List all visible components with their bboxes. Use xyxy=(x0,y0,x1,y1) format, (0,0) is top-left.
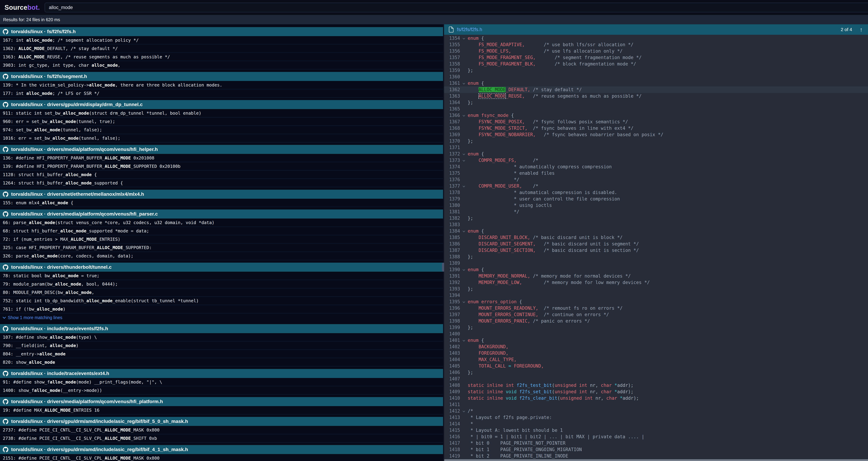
match-line[interactable]: 325: case HFI_PROPERTY_PARAM_BUFFER_ALLO… xyxy=(0,243,443,252)
line-number[interactable]: 1370 xyxy=(444,138,460,144)
match-line[interactable]: 2737: #define PCIE_CI_CNTL__CI_SLV_CPL_A… xyxy=(0,426,443,434)
fold-chevron-icon[interactable] xyxy=(460,408,468,414)
line-number[interactable]: 1364 xyxy=(444,99,460,106)
line-number[interactable]: 1354 xyxy=(444,35,460,41)
line-number[interactable]: 1399 xyxy=(444,324,460,331)
line-number[interactable]: 1380 xyxy=(444,202,460,209)
match-line[interactable]: 3903: int gc_type, int type, char alloc_… xyxy=(0,61,443,69)
line-number[interactable]: 1398 xyxy=(444,318,460,324)
match-line[interactable]: 820: show_alloc_mode xyxy=(0,358,443,367)
line-number[interactable]: 1410 xyxy=(444,395,460,401)
search-input[interactable] xyxy=(44,3,868,12)
match-line[interactable]: 19: #define MAX_ALLOC_MODE_ENTRIES 16 xyxy=(0,406,443,414)
fold-chevron-icon[interactable] xyxy=(460,228,468,234)
line-number[interactable]: 1412 xyxy=(444,408,460,414)
file-group-header[interactable]: torvalds/linux · fs/f2fs/f2fs.h xyxy=(0,27,443,36)
fold-chevron-icon[interactable] xyxy=(460,337,468,344)
line-number[interactable]: 1361 xyxy=(444,80,460,87)
line-number[interactable]: 1417 xyxy=(444,440,460,446)
line-number[interactable]: 1372 xyxy=(444,151,460,157)
match-line[interactable]: 1264: struct hfi_buffer_alloc_mode_suppo… xyxy=(0,179,443,187)
line-number[interactable]: 1383 xyxy=(444,222,460,228)
line-number[interactable]: 1374 xyxy=(444,164,460,170)
line-number[interactable]: 1395 xyxy=(444,298,460,305)
line-number[interactable]: 1402 xyxy=(444,344,460,350)
line-number[interactable]: 1392 xyxy=(444,279,460,286)
fold-chevron-icon[interactable] xyxy=(460,80,468,87)
match-line[interactable]: 804: __entry->alloc_mode xyxy=(0,350,443,358)
line-number[interactable]: 1387 xyxy=(444,247,460,254)
line-number[interactable]: 1355 xyxy=(444,41,460,48)
line-number[interactable]: 1373 xyxy=(444,157,460,164)
match-line[interactable]: 80: MODULE_PARM_DESC(bw_alloc_mode, xyxy=(0,288,443,297)
line-number[interactable]: 1405 xyxy=(444,363,460,369)
match-line[interactable]: 78: static bool bw_alloc_mode = true; xyxy=(0,272,443,280)
match-line[interactable]: 91: #define show_falloc_mode(mode) __pri… xyxy=(0,378,443,386)
file-group-header[interactable]: torvalds/linux · fs/f2fs/segment.h xyxy=(0,72,443,81)
sourcebot-logo[interactable]: Sourcebot. xyxy=(4,4,40,11)
match-line[interactable]: 911: static int set_bw_alloc_mode(struct… xyxy=(0,109,443,117)
line-number[interactable]: 1411 xyxy=(444,401,460,408)
line-number[interactable]: 1378 xyxy=(444,189,460,196)
line-number[interactable]: 1391 xyxy=(444,273,460,279)
file-group-header[interactable]: torvalds/linux · drivers/gpu/drm/amd/inc… xyxy=(0,445,443,454)
prev-match-button[interactable]: ↑ xyxy=(860,27,863,32)
match-line[interactable]: 974: set_bw_alloc_mode(tunnel, false); xyxy=(0,126,443,134)
match-line[interactable]: 107: #define show_alloc_mode(type) \ xyxy=(0,333,443,342)
line-number[interactable]: 1367 xyxy=(444,119,460,125)
line-number[interactable]: 1385 xyxy=(444,234,460,241)
match-line[interactable]: 2738: #define PCIE_CI_CNTL__CI_SLV_CPL_A… xyxy=(0,434,443,442)
line-number[interactable]: 1419 xyxy=(444,453,460,459)
match-line[interactable]: 790: __field(int, alloc_mode) xyxy=(0,342,443,350)
file-group-header[interactable]: torvalds/linux · drivers/gpu/drm/display… xyxy=(0,100,443,109)
match-line[interactable]: 139: #define HFI_PROPERTY_PARAM_BUFFER_A… xyxy=(0,162,443,171)
line-number[interactable]: 1404 xyxy=(444,356,460,363)
match-line[interactable]: 326: parse_alloc_mode(core, codecs, doma… xyxy=(0,252,443,260)
match-line[interactable]: 1363: ALLOC_MODE_REUSE, /* reuse segment… xyxy=(0,53,443,61)
match-line[interactable]: 79: module_param(bw_alloc_mode, bool, 04… xyxy=(0,280,443,288)
match-line[interactable]: 1400: show_falloc_mode(__entry->mode)) xyxy=(0,386,443,395)
line-number[interactable]: 1371 xyxy=(444,144,460,151)
line-number[interactable]: 1408 xyxy=(444,382,460,388)
line-number[interactable]: 1356 xyxy=(444,48,460,54)
match-line[interactable]: 2151: #define PCIE_CI_CNTL__CI_SLV_CPL_A… xyxy=(0,454,443,461)
line-number[interactable]: 1369 xyxy=(444,132,460,138)
line-number[interactable]: 1418 xyxy=(444,446,460,453)
match-line[interactable]: 68: struct hfi_buffer_alloc_mode_support… xyxy=(0,227,443,235)
fold-chevron-icon[interactable] xyxy=(460,298,468,305)
line-number[interactable]: 1388 xyxy=(444,254,460,260)
line-number[interactable]: 1360 xyxy=(444,74,460,80)
file-group-header[interactable]: torvalds/linux · drivers/gpu/drm/amd/inc… xyxy=(0,417,443,426)
match-line[interactable]: 761: if (!bw_alloc_mode) xyxy=(0,305,443,313)
match-line[interactable]: 139: * In the victim_sel_policy->alloc_m… xyxy=(0,81,443,89)
line-number[interactable]: 1390 xyxy=(444,266,460,273)
fold-chevron-icon[interactable] xyxy=(460,112,468,119)
scrollbar-thumb[interactable] xyxy=(444,459,868,461)
line-number[interactable]: 1401 xyxy=(444,337,460,344)
fold-chevron-icon[interactable] xyxy=(460,35,468,41)
match-line[interactable]: 167: int alloc_mode; /* segment allocati… xyxy=(0,36,443,45)
line-number[interactable]: 1366 xyxy=(444,112,460,119)
match-line[interactable]: 1362: ALLOC_MODE_DEFAULT, /* stay defaul… xyxy=(0,45,443,53)
line-number[interactable]: 1413 xyxy=(444,414,460,421)
file-group-header[interactable]: torvalds/linux · include/trace/events/f2… xyxy=(0,324,443,333)
match-line[interactable]: 177: int alloc_mode; /* LFS or SSR */ xyxy=(0,89,443,97)
line-number[interactable]: 1359 xyxy=(444,67,460,74)
preview-file-path[interactable]: fs/f2fs/f2fs.h xyxy=(457,27,482,32)
line-number[interactable]: 1389 xyxy=(444,260,460,266)
fold-chevron-icon[interactable] xyxy=(460,266,468,273)
line-number[interactable]: 1358 xyxy=(444,61,460,67)
fold-chevron-icon[interactable] xyxy=(460,151,468,157)
line-number[interactable]: 1384 xyxy=(444,228,460,234)
line-number[interactable]: 1368 xyxy=(444,125,460,132)
match-line[interactable]: 752: static int tb_dp_bandwidth_alloc_mo… xyxy=(0,297,443,305)
line-number[interactable]: 1363 xyxy=(444,93,460,99)
line-number[interactable]: 1386 xyxy=(444,241,460,247)
match-line[interactable]: 1016: err = set_bw_alloc_mode(tunnel, fa… xyxy=(0,134,443,142)
line-number[interactable]: 1397 xyxy=(444,312,460,318)
file-group-header[interactable]: torvalds/linux · drivers/net/ethernet/me… xyxy=(0,190,443,199)
line-number[interactable]: 1377 xyxy=(444,183,460,189)
match-line[interactable]: 1128: struct hfi_buffer_alloc_mode { xyxy=(0,171,443,179)
match-line[interactable]: 66: parse_alloc_mode(struct venus_core *… xyxy=(0,219,443,227)
line-number[interactable]: 1416 xyxy=(444,434,460,440)
